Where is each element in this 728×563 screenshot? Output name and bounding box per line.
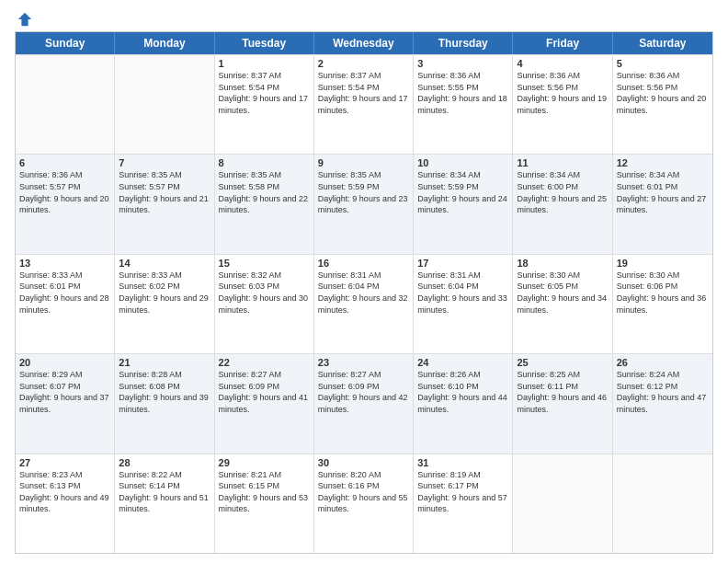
calendar-cell: 24Sunrise: 8:26 AM Sunset: 6:10 PM Dayli… — [414, 354, 513, 453]
day-detail: Sunrise: 8:25 AM Sunset: 6:11 PM Dayligh… — [517, 369, 608, 415]
day-number: 12 — [617, 157, 709, 168]
calendar-header-monday: Monday — [115, 32, 214, 54]
day-detail: Sunrise: 8:32 AM Sunset: 6:03 PM Dayligh… — [219, 270, 310, 316]
day-number: 10 — [417, 157, 508, 168]
day-number: 18 — [517, 258, 608, 269]
day-number: 22 — [219, 357, 310, 368]
day-detail: Sunrise: 8:34 AM Sunset: 5:59 PM Dayligh… — [417, 169, 508, 215]
calendar-cell: 22Sunrise: 8:27 AM Sunset: 6:09 PM Dayli… — [215, 354, 314, 453]
calendar-row-4: 27Sunrise: 8:23 AM Sunset: 6:13 PM Dayli… — [16, 454, 712, 553]
calendar-cell: 13Sunrise: 8:33 AM Sunset: 6:01 PM Dayli… — [16, 255, 115, 353]
day-number: 15 — [219, 258, 310, 269]
calendar-cell: 31Sunrise: 8:19 AM Sunset: 6:17 PM Dayli… — [414, 454, 513, 553]
day-detail: Sunrise: 8:33 AM Sunset: 6:01 PM Dayligh… — [19, 270, 110, 316]
calendar-cell: 23Sunrise: 8:27 AM Sunset: 6:09 PM Dayli… — [314, 354, 414, 453]
calendar-cell: 27Sunrise: 8:23 AM Sunset: 6:13 PM Dayli… — [16, 454, 115, 553]
calendar-cell — [16, 55, 115, 154]
calendar-cell — [513, 454, 612, 553]
day-number: 17 — [417, 258, 508, 269]
calendar-cell: 21Sunrise: 8:28 AM Sunset: 6:08 PM Dayli… — [115, 354, 214, 453]
calendar-row-3: 20Sunrise: 8:29 AM Sunset: 6:07 PM Dayli… — [16, 353, 712, 453]
day-detail: Sunrise: 8:35 AM Sunset: 5:57 PM Dayligh… — [119, 169, 210, 215]
day-detail: Sunrise: 8:26 AM Sunset: 6:10 PM Dayligh… — [417, 369, 508, 415]
logo — [15, 11, 33, 24]
day-number: 24 — [417, 357, 508, 368]
calendar-header-wednesday: Wednesday — [314, 32, 414, 54]
day-detail: Sunrise: 8:21 AM Sunset: 6:15 PM Dayligh… — [219, 469, 310, 515]
day-number: 23 — [318, 357, 409, 368]
calendar-cell: 20Sunrise: 8:29 AM Sunset: 6:07 PM Dayli… — [16, 354, 115, 453]
day-detail: Sunrise: 8:37 AM Sunset: 5:54 PM Dayligh… — [219, 70, 310, 116]
day-number: 11 — [517, 157, 608, 168]
day-number: 26 — [617, 357, 709, 368]
calendar-cell — [115, 55, 214, 154]
day-number: 31 — [417, 457, 508, 468]
calendar-cell: 26Sunrise: 8:24 AM Sunset: 6:12 PM Dayli… — [613, 354, 712, 453]
day-detail: Sunrise: 8:34 AM Sunset: 6:00 PM Dayligh… — [517, 169, 608, 215]
day-detail: Sunrise: 8:29 AM Sunset: 6:07 PM Dayligh… — [19, 369, 110, 415]
day-detail: Sunrise: 8:22 AM Sunset: 6:14 PM Dayligh… — [119, 469, 210, 515]
calendar-cell — [613, 454, 712, 553]
calendar-cell: 28Sunrise: 8:22 AM Sunset: 6:14 PM Dayli… — [115, 454, 214, 553]
day-detail: Sunrise: 8:20 AM Sunset: 6:16 PM Dayligh… — [318, 469, 409, 515]
calendar-cell: 15Sunrise: 8:32 AM Sunset: 6:03 PM Dayli… — [215, 255, 314, 353]
day-detail: Sunrise: 8:19 AM Sunset: 6:17 PM Dayligh… — [417, 469, 508, 515]
day-number: 16 — [318, 258, 409, 269]
calendar-cell: 19Sunrise: 8:30 AM Sunset: 6:06 PM Dayli… — [613, 255, 712, 353]
day-detail: Sunrise: 8:27 AM Sunset: 6:09 PM Dayligh… — [219, 369, 310, 415]
day-number: 9 — [318, 157, 409, 168]
day-detail: Sunrise: 8:33 AM Sunset: 6:02 PM Dayligh… — [119, 270, 210, 316]
page: SundayMondayTuesdayWednesdayThursdayFrid… — [0, 0, 728, 563]
svg-marker-0 — [18, 13, 31, 26]
day-number: 5 — [617, 58, 709, 69]
day-number: 6 — [19, 157, 110, 168]
day-number: 14 — [119, 258, 210, 269]
calendar-cell: 1Sunrise: 8:37 AM Sunset: 5:54 PM Daylig… — [215, 55, 314, 154]
day-number: 2 — [318, 58, 409, 69]
calendar-header-thursday: Thursday — [414, 32, 513, 54]
day-detail: Sunrise: 8:24 AM Sunset: 6:12 PM Dayligh… — [617, 369, 709, 415]
calendar-cell: 6Sunrise: 8:36 AM Sunset: 5:57 PM Daylig… — [16, 155, 115, 253]
calendar-cell: 12Sunrise: 8:34 AM Sunset: 6:01 PM Dayli… — [613, 155, 712, 253]
day-number: 21 — [119, 357, 210, 368]
day-number: 20 — [19, 357, 110, 368]
day-number: 1 — [219, 58, 310, 69]
calendar-cell: 8Sunrise: 8:35 AM Sunset: 5:58 PM Daylig… — [215, 155, 314, 253]
calendar-cell: 5Sunrise: 8:36 AM Sunset: 5:56 PM Daylig… — [613, 55, 712, 154]
day-detail: Sunrise: 8:30 AM Sunset: 6:06 PM Dayligh… — [617, 270, 709, 316]
calendar-cell: 18Sunrise: 8:30 AM Sunset: 6:05 PM Dayli… — [513, 255, 612, 353]
calendar: SundayMondayTuesdayWednesdayThursdayFrid… — [15, 31, 713, 554]
calendar-cell: 3Sunrise: 8:36 AM Sunset: 5:55 PM Daylig… — [414, 55, 513, 154]
day-detail: Sunrise: 8:35 AM Sunset: 5:58 PM Dayligh… — [219, 169, 310, 215]
calendar-cell: 30Sunrise: 8:20 AM Sunset: 6:16 PM Dayli… — [314, 454, 414, 553]
calendar-cell: 11Sunrise: 8:34 AM Sunset: 6:00 PM Dayli… — [513, 155, 612, 253]
day-number: 8 — [219, 157, 310, 168]
day-number: 3 — [417, 58, 508, 69]
calendar-cell: 7Sunrise: 8:35 AM Sunset: 5:57 PM Daylig… — [115, 155, 214, 253]
day-number: 28 — [119, 457, 210, 468]
day-detail: Sunrise: 8:31 AM Sunset: 6:04 PM Dayligh… — [318, 270, 409, 316]
calendar-cell: 29Sunrise: 8:21 AM Sunset: 6:15 PM Dayli… — [215, 454, 314, 553]
day-detail: Sunrise: 8:36 AM Sunset: 5:56 PM Dayligh… — [517, 70, 608, 116]
day-number: 7 — [119, 157, 210, 168]
calendar-cell: 9Sunrise: 8:35 AM Sunset: 5:59 PM Daylig… — [314, 155, 414, 253]
calendar-cell: 10Sunrise: 8:34 AM Sunset: 5:59 PM Dayli… — [414, 155, 513, 253]
day-detail: Sunrise: 8:30 AM Sunset: 6:05 PM Dayligh… — [517, 270, 608, 316]
calendar-row-0: 1Sunrise: 8:37 AM Sunset: 5:54 PM Daylig… — [16, 54, 712, 154]
day-detail: Sunrise: 8:36 AM Sunset: 5:57 PM Dayligh… — [19, 169, 110, 215]
day-detail: Sunrise: 8:36 AM Sunset: 5:55 PM Dayligh… — [417, 70, 508, 116]
calendar-header-tuesday: Tuesday — [215, 32, 314, 54]
day-detail: Sunrise: 8:36 AM Sunset: 5:56 PM Dayligh… — [617, 70, 709, 116]
calendar-header-saturday: Saturday — [613, 32, 712, 54]
day-detail: Sunrise: 8:31 AM Sunset: 6:04 PM Dayligh… — [417, 270, 508, 316]
calendar-body: 1Sunrise: 8:37 AM Sunset: 5:54 PM Daylig… — [16, 54, 712, 553]
calendar-header-sunday: Sunday — [16, 32, 115, 54]
day-detail: Sunrise: 8:35 AM Sunset: 5:59 PM Dayligh… — [318, 169, 409, 215]
logo-icon — [17, 11, 33, 28]
day-number: 27 — [19, 457, 110, 468]
day-number: 19 — [617, 258, 709, 269]
calendar-cell: 25Sunrise: 8:25 AM Sunset: 6:11 PM Dayli… — [513, 354, 612, 453]
calendar-header-friday: Friday — [513, 32, 612, 54]
day-number: 13 — [19, 258, 110, 269]
header — [15, 11, 713, 24]
